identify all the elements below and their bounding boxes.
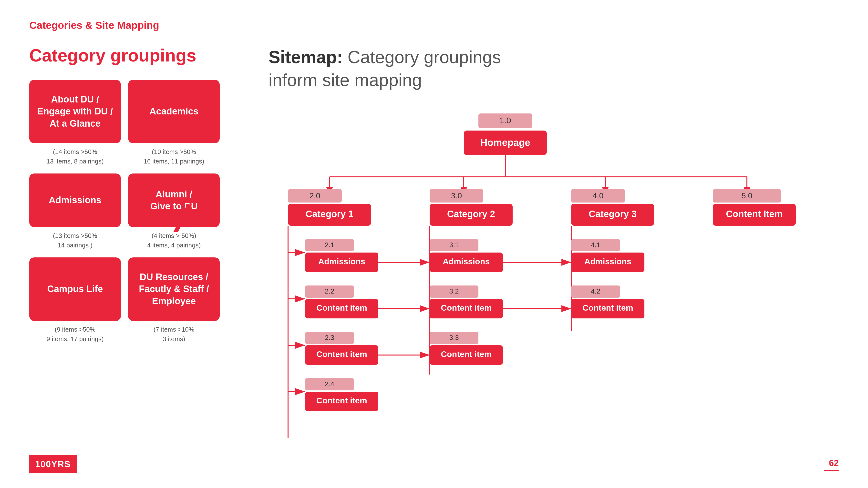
category-box-about-du: About DU /Engage with DU /At a Glance	[29, 80, 121, 143]
svg-text:Content item: Content item	[441, 349, 492, 359]
svg-text:4.1: 4.1	[591, 241, 600, 249]
right-column: Sitemap: Category groupingsinform site m…	[269, 46, 839, 473]
svg-text:Content item: Content item	[582, 303, 633, 312]
svg-text:2.1: 2.1	[325, 241, 334, 249]
logo: 100YRS	[29, 455, 76, 474]
svg-text:3.2: 3.2	[450, 287, 459, 295]
page-number: 62	[824, 458, 839, 468]
svg-text:Admissions: Admissions	[443, 257, 490, 266]
svg-text:3.1: 3.1	[450, 241, 459, 249]
sitemap-title: Sitemap: Category groupingsinform site m…	[269, 46, 839, 92]
svg-text:3.0: 3.0	[451, 191, 462, 200]
sitemap-title-bold: Sitemap:	[269, 47, 343, 67]
category-box-admissions: Admissions	[29, 173, 121, 227]
category-stats-about-du: (14 items >50%13 items, 8 pairings)	[46, 147, 103, 166]
svg-text:1.0: 1.0	[499, 116, 511, 125]
svg-text:2.3: 2.3	[325, 334, 334, 341]
category-box-campus-life: Campus Life	[29, 257, 121, 321]
list-item: DU Resources /Facutly & Staff /Employee …	[128, 257, 220, 344]
list-item: Campus Life (9 items >50%9 items, 17 pai…	[29, 257, 121, 344]
svg-text:Content item: Content item	[316, 303, 367, 312]
list-item: Academics (10 items >50%16 items, 11 pai…	[128, 80, 220, 166]
svg-text:4.0: 4.0	[593, 191, 603, 200]
svg-text:Content item: Content item	[441, 303, 492, 312]
category-stats-campus-life: (9 items >50%9 items, 17 pairings)	[46, 325, 103, 344]
svg-text:2.2: 2.2	[325, 287, 334, 295]
svg-text:Category 1: Category 1	[306, 209, 353, 219]
sitemap-diagram: 1.0 Homepage 2.0	[269, 106, 830, 472]
svg-text:3.3: 3.3	[450, 334, 459, 341]
svg-text:Homepage: Homepage	[480, 137, 530, 148]
category-stats-academics: (10 items >50%16 items, 11 pairings)	[144, 147, 204, 166]
category-box-du-resources: DU Resources /Facutly & Staff /Employee	[128, 257, 220, 321]
svg-text:2.0: 2.0	[310, 191, 320, 200]
page-footer: 100YRS 62	[29, 455, 839, 474]
page-number-container: 62	[824, 458, 839, 471]
list-item: Admissions (13 items >50%14 pairings )	[29, 173, 121, 250]
svg-text:2.4: 2.4	[325, 380, 334, 388]
left-column: Category groupings About DU /Engage with…	[29, 46, 220, 473]
category-stats-admissions: (13 items >50%14 pairings )	[53, 231, 97, 250]
svg-text:Admissions: Admissions	[318, 257, 365, 266]
svg-text:Content item: Content item	[316, 349, 367, 359]
list-item: About DU /Engage with DU /At a Glance (1…	[29, 80, 121, 166]
page: Categories & Site Mapping Category group…	[0, 0, 868, 488]
svg-text:5.0: 5.0	[742, 191, 752, 200]
category-box-academics: Academics	[128, 80, 220, 143]
svg-text:Category 2: Category 2	[447, 209, 495, 219]
not-equal-sign: ≠	[171, 192, 195, 243]
page-header: Categories & Site Mapping	[29, 20, 839, 31]
svg-text:Content Item: Content Item	[726, 209, 782, 219]
svg-text:Admissions: Admissions	[584, 257, 631, 266]
svg-text:4.2: 4.2	[591, 287, 600, 295]
section-title: Category groupings	[29, 46, 220, 65]
main-layout: Category groupings About DU /Engage with…	[29, 46, 839, 473]
page-number-underline	[824, 470, 839, 471]
svg-text:Content item: Content item	[316, 396, 367, 405]
category-stats-du-resources: (7 items >10%3 items)	[154, 325, 194, 344]
svg-text:Category 3: Category 3	[589, 209, 637, 219]
